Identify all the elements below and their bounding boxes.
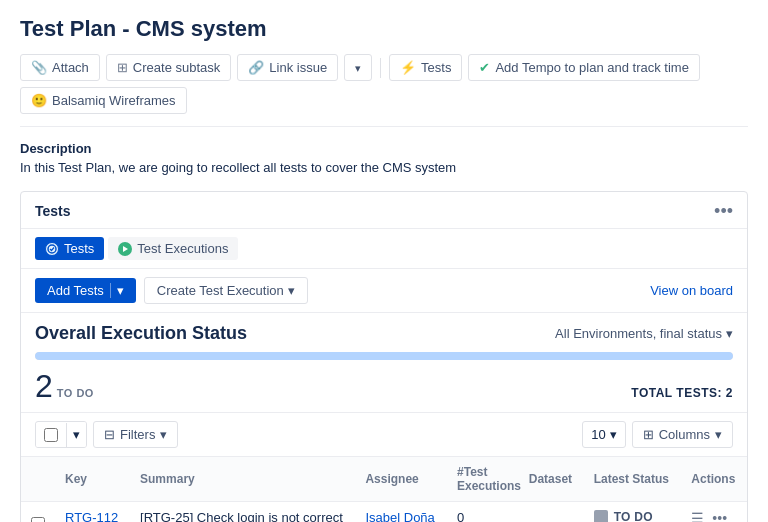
smiley-icon: 🙂 (31, 93, 47, 108)
columns-chevron: ▾ (715, 427, 722, 442)
checkbox-area[interactable] (36, 423, 67, 447)
table-body: RTG-112 [RTG-25] Check login is not corr… (21, 502, 747, 523)
lightning-icon: ⚡ (400, 60, 416, 75)
link-issue-button[interactable]: 🔗 Link issue (237, 54, 338, 81)
action-bar-left: Add Tests ▾ Create Test Execution ▾ (35, 277, 308, 304)
assignee-link[interactable]: Isabel Doña (365, 510, 434, 522)
tests-tabs: Tests Test Executions (21, 229, 747, 269)
filter-icon: ⊟ (104, 427, 115, 442)
env-filter-button[interactable]: All Environments, final status ▾ (555, 326, 733, 341)
view-on-board-link[interactable]: View on board (650, 283, 733, 298)
th-checkbox (21, 457, 55, 502)
description-label: Description (20, 141, 748, 156)
row-checkbox-cell[interactable] (21, 502, 55, 523)
page-container: Test Plan - CMS system 📎 Attach ⊞ Create… (0, 0, 768, 522)
checkbox-caret[interactable]: ▾ (67, 422, 86, 447)
toolbar-divider (380, 58, 381, 78)
th-test-executions[interactable]: #Test Executions (447, 457, 519, 502)
action-bar: Add Tests ▾ Create Test Execution ▾ View… (21, 269, 747, 313)
attach-icon: 📎 (31, 60, 47, 75)
create-test-execution-button[interactable]: Create Test Execution ▾ (144, 277, 308, 304)
more-icon[interactable]: ••• (712, 510, 727, 522)
checkbox-dropdown-icon: ▾ (73, 427, 80, 442)
chevron-down-icon (355, 60, 361, 75)
balsamiq-button[interactable]: 🙂 Balsamiq Wireframes (20, 87, 187, 114)
executions-tab-icon (118, 242, 132, 256)
row-assignee[interactable]: Isabel Doña (355, 502, 447, 523)
stats-row: 2 TO DO TOTAL TESTS: 2 (35, 370, 733, 402)
tab-tests[interactable]: Tests (35, 237, 104, 260)
tests-section-title: Tests (35, 203, 71, 219)
tests-tab-icon (45, 242, 59, 256)
exec-status-title: Overall Execution Status (35, 323, 247, 344)
tab-test-executions[interactable]: Test Executions (108, 237, 238, 260)
link-icon: 🔗 (248, 60, 264, 75)
progress-bar (35, 352, 733, 360)
row-actions: ☰ ••• (681, 502, 747, 523)
th-assignee[interactable]: Assignee (355, 457, 447, 502)
svg-marker-1 (123, 246, 128, 252)
tests-header: Tests ••• (21, 192, 747, 229)
add-tests-button[interactable]: Add Tests ▾ (35, 278, 136, 303)
execution-status: Overall Execution Status All Environment… (21, 313, 747, 413)
page-title: Test Plan - CMS system (20, 16, 748, 42)
th-dataset[interactable]: Dataset (519, 457, 584, 502)
row-dataset (519, 502, 584, 523)
table-row: RTG-112 [RTG-25] Check login is not corr… (21, 502, 747, 523)
todo-label: TO DO (57, 387, 94, 399)
table-container: Key Summary Assignee #Test Executions Da… (21, 457, 747, 522)
filter-right: 10 ▾ ⊞ Columns ▾ (582, 421, 733, 448)
row-status: TO DO (584, 502, 682, 523)
row-key[interactable]: RTG-112 (55, 502, 130, 523)
tests-button[interactable]: ⚡ Tests (389, 54, 462, 81)
filter-left: ▾ ⊟ Filters ▾ (35, 421, 178, 448)
progress-fill (35, 352, 733, 360)
total-tests: TOTAL TESTS: 2 (631, 386, 733, 400)
row-summary: [RTG-25] Check login is not correct when… (130, 502, 355, 523)
key-link[interactable]: RTG-112 (65, 510, 118, 522)
th-latest-status[interactable]: Latest Status (584, 457, 682, 502)
th-summary[interactable]: Summary (130, 457, 355, 502)
create-exec-caret: ▾ (288, 283, 295, 298)
table-header: Key Summary Assignee #Test Executions Da… (21, 457, 747, 502)
more-options-button[interactable]: ••• (714, 202, 733, 220)
exec-status-header: Overall Execution Status All Environment… (35, 323, 733, 344)
row-checkbox[interactable] (31, 517, 45, 523)
actions-cell: ☰ ••• (691, 510, 737, 522)
check-circle-icon: ✔ (479, 60, 490, 75)
list-icon[interactable]: ☰ (691, 510, 704, 522)
table-header-row: Key Summary Assignee #Test Executions Da… (21, 457, 747, 502)
data-table: Key Summary Assignee #Test Executions Da… (21, 457, 747, 522)
create-subtask-button[interactable]: ⊞ Create subtask (106, 54, 231, 81)
filters-chevron: ▾ (160, 427, 167, 442)
filters-button[interactable]: ⊟ Filters ▾ (93, 421, 178, 448)
page-size-select[interactable]: 10 ▾ (582, 421, 625, 448)
todo-number: 2 (35, 370, 53, 402)
toolbar: 📎 Attach ⊞ Create subtask 🔗 Link issue ⚡… (20, 54, 748, 127)
tests-section: Tests ••• Tests Test Executions Ad (20, 191, 748, 522)
th-key[interactable]: Key (55, 457, 130, 502)
columns-icon: ⊞ (643, 427, 654, 442)
row-test-executions: 0 (447, 502, 519, 523)
subtask-icon: ⊞ (117, 60, 128, 75)
env-filter-chevron: ▾ (726, 326, 733, 341)
filter-row: ▾ ⊟ Filters ▾ 10 ▾ ⊞ Columns ▾ (21, 413, 747, 457)
select-all-checkbox[interactable] (44, 428, 58, 442)
todo-count: 2 TO DO (35, 370, 94, 402)
attach-button[interactable]: 📎 Attach (20, 54, 100, 81)
columns-button[interactable]: ⊞ Columns ▾ (632, 421, 733, 448)
add-tests-caret: ▾ (110, 283, 124, 298)
status-badge: TO DO (594, 510, 672, 522)
status-text: TO DO (614, 510, 653, 522)
page-size-chevron: ▾ (610, 427, 617, 442)
description-section: Description In this Test Plan, we are go… (20, 141, 748, 175)
th-actions: Actions (681, 457, 747, 502)
add-tempo-button[interactable]: ✔ Add Tempo to plan and track time (468, 54, 699, 81)
checkbox-select[interactable]: ▾ (35, 421, 87, 448)
status-square (594, 510, 608, 522)
dropdown-button[interactable] (344, 54, 372, 81)
description-text: In this Test Plan, we are going to recol… (20, 160, 748, 175)
